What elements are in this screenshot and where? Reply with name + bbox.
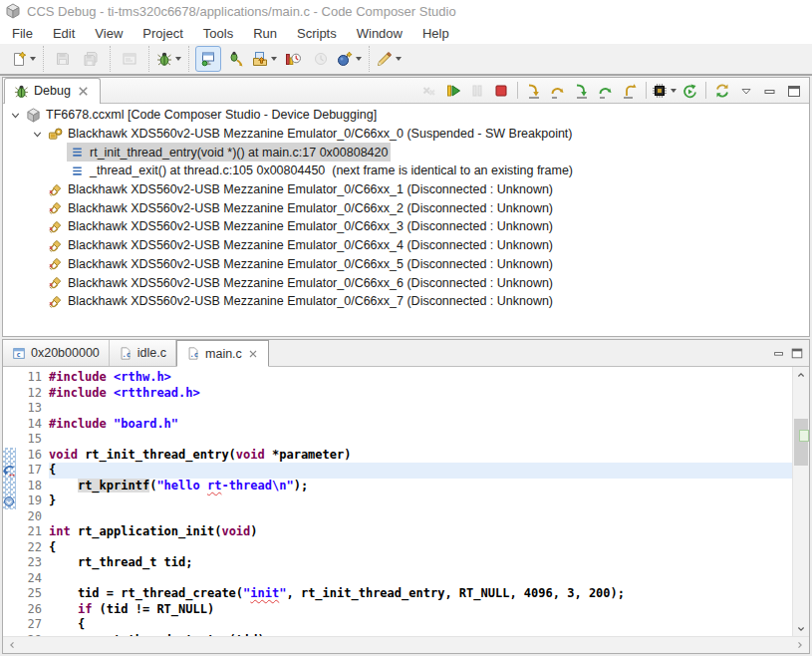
tree-item-label: _thread_exit() at thread.c:105 0x0080445…: [90, 164, 573, 177]
menu-help[interactable]: Help: [412, 24, 459, 43]
new-breakpoint-button[interactable]: [336, 46, 363, 72]
close-icon[interactable]: [247, 348, 259, 360]
menu-window[interactable]: Window: [347, 24, 412, 43]
connect-target-button[interactable]: [195, 46, 221, 72]
maximize-icon[interactable]: [790, 346, 804, 360]
tab-debug[interactable]: Debug: [4, 78, 101, 104]
maximize-button[interactable]: [782, 79, 806, 102]
scroll-right-icon[interactable]: [794, 639, 806, 651]
menu-project[interactable]: Project: [133, 24, 192, 43]
code-line[interactable]: 17{: [3, 463, 793, 479]
step-return-button[interactable]: [618, 79, 642, 102]
dropdown-arrow-icon[interactable]: [30, 57, 36, 61]
code-line[interactable]: 18 rt_kprintf("hello rt-thread\n");: [3, 479, 793, 494]
debug-view-panel: Debug TF6678.ccxml [Code Composer Studio…: [2, 77, 810, 337]
debug-tree-row[interactable]: TF6678.ccxml [Code Composer Studio - Dev…: [3, 106, 809, 125]
plug-disconnected-icon: [48, 294, 63, 309]
stack-frame-icon: [70, 145, 85, 160]
debug-tree-row[interactable]: Blackhawk XDS560v2-USB Mezzanine Emulato…: [3, 292, 809, 311]
menu-view[interactable]: View: [85, 24, 133, 43]
code-line[interactable]: 14#include "board.h": [3, 417, 793, 433]
vertical-scrollbar[interactable]: [792, 367, 809, 636]
code-line[interactable]: 22{: [3, 540, 793, 556]
code-area[interactable]: 11#include <rthw.h>12#include <rtthread.…: [3, 367, 793, 636]
debug-tree-row[interactable]: Blackhawk XDS560v2-USB Mezzanine Emulato…: [3, 198, 809, 217]
code-line[interactable]: 25 tid = rt_thread_create("init", rt_ini…: [3, 586, 793, 602]
code-line[interactable]: 19}: [3, 493, 793, 509]
code-line[interactable]: 27 {: [3, 617, 793, 633]
debug-tree-row[interactable]: Blackhawk XDS560v2-USB Mezzanine Emulato…: [3, 180, 809, 199]
profile-clock-button[interactable]: [280, 46, 306, 72]
menu-scripts[interactable]: Scripts: [287, 24, 347, 43]
scrollbar-thumb[interactable]: [794, 419, 808, 466]
scroll-down-icon[interactable]: [793, 621, 809, 636]
code-line[interactable]: 11#include <rthw.h>: [3, 370, 793, 386]
stack-frame-marker-icon: [3, 495, 15, 507]
step-over-button[interactable]: [546, 79, 570, 102]
code-line[interactable]: 26 if (tid != RT_NULL): [3, 602, 793, 618]
terminate-button[interactable]: [489, 79, 513, 102]
minimize-button[interactable]: [758, 79, 782, 102]
close-icon[interactable]: [76, 84, 91, 99]
debug-button[interactable]: [155, 46, 182, 72]
minimize-icon[interactable]: [772, 346, 786, 360]
assembly-step-into-button[interactable]: [570, 79, 594, 102]
code-line[interactable]: 20: [3, 509, 793, 525]
tree-item-label: Blackhawk XDS560v2-USB Mezzanine Emulato…: [68, 182, 553, 196]
editor-tab-main-c[interactable]: .cmain.c: [176, 340, 269, 367]
code-line[interactable]: 13: [3, 401, 793, 417]
editor-tab-idle-c[interactable]: .cidle.c: [110, 340, 176, 366]
refresh-button[interactable]: [710, 79, 734, 102]
save-button: [50, 46, 76, 72]
line-number: 24: [16, 571, 49, 587]
chip-icon: [652, 83, 668, 99]
debug-tree-row[interactable]: Blackhawk XDS560v2-USB Mezzanine Emulato…: [3, 236, 809, 255]
code-line[interactable]: 12#include <rtthread.h>: [3, 386, 793, 402]
menu-tools[interactable]: Tools: [193, 24, 243, 43]
code-line[interactable]: 21int rt_application_init(void): [3, 524, 793, 540]
debug-tree-row[interactable]: Blackhawk XDS560v2-USB Mezzanine Emulato…: [3, 255, 809, 274]
debug-launch-button[interactable]: [223, 46, 249, 72]
code-line[interactable]: 23 rt_thread_t tid;: [3, 555, 793, 571]
target-window-icon: [200, 51, 216, 67]
clock-gray-icon: [313, 51, 329, 67]
dropdown-arrow-icon[interactable]: [271, 57, 277, 61]
view-menu-button[interactable]: [734, 79, 758, 102]
expander-icon[interactable]: [7, 109, 23, 122]
new-button[interactable]: [10, 46, 37, 72]
step-return-icon: [622, 83, 638, 99]
menu-run[interactable]: Run: [243, 24, 287, 43]
gutter: [3, 386, 16, 402]
horizontal-scrollbar[interactable]: [3, 636, 809, 653]
code-line[interactable]: 24: [3, 571, 793, 587]
debug-tree-row[interactable]: Blackhawk XDS560v2-USB Mezzanine Emulato…: [3, 125, 809, 144]
dropdown-arrow-icon[interactable]: [356, 57, 362, 61]
dropdown-arrow-icon[interactable]: [175, 57, 181, 61]
assembly-step-over-button[interactable]: [594, 79, 618, 102]
restart-button[interactable]: [677, 79, 701, 102]
resume-button[interactable]: [441, 79, 465, 102]
debug-tree-row[interactable]: Blackhawk XDS560v2-USB Mezzanine Emulato…: [3, 217, 809, 236]
tree-item-label: Blackhawk XDS560v2-USB Mezzanine Emulato…: [68, 276, 553, 290]
scroll-left-icon[interactable]: [6, 639, 18, 651]
code-line[interactable]: 15: [3, 432, 793, 448]
debug-tree-row[interactable]: rt_init_thread_entry(void *)() at main.c…: [3, 143, 809, 162]
load-program-button[interactable]: [251, 46, 278, 72]
scroll-up-icon[interactable]: [793, 367, 809, 382]
line-number: 13: [16, 401, 49, 417]
code-line[interactable]: 16void rt_init_thread_entry(void *parame…: [3, 448, 793, 464]
step-into-button[interactable]: [522, 79, 546, 102]
line-number: 19: [16, 493, 49, 509]
processor-options-button[interactable]: [651, 79, 677, 102]
editor-tab-label: idle.c: [137, 346, 166, 360]
debug-tree-row[interactable]: _thread_exit() at thread.c:105 0x0080445…: [3, 162, 809, 180]
pin-highlight-button[interactable]: [376, 46, 403, 72]
console-button: [117, 46, 142, 72]
menu-edit[interactable]: Edit: [43, 24, 85, 43]
dropdown-arrow-icon[interactable]: [671, 89, 677, 93]
debug-tree-row[interactable]: Blackhawk XDS560v2-USB Mezzanine Emulato…: [3, 273, 809, 292]
editor-tab-0x20b00000[interactable]: c0x20b00000: [3, 340, 110, 366]
dropdown-arrow-icon[interactable]: [396, 57, 402, 61]
expander-icon[interactable]: [29, 128, 45, 141]
menu-file[interactable]: File: [2, 24, 43, 43]
